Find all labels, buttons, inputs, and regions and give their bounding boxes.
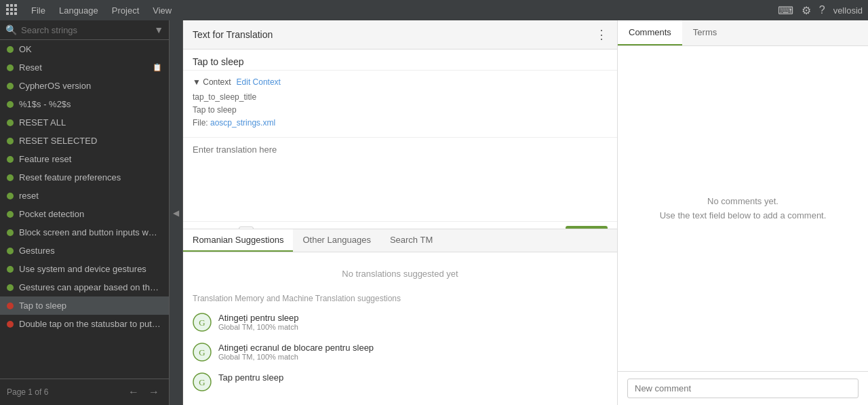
menu-language[interactable]: Language: [54, 3, 104, 18]
filter-icon[interactable]: ▼: [154, 24, 163, 35]
sidebar-search-bar: 🔍 ▼: [0, 20, 169, 40]
right-panel-content: No comments yet. Use the text field belo…: [618, 46, 868, 371]
sidebar-label-tap-to-sleep: Tap to sleep: [19, 301, 162, 311]
keyboard-icon[interactable]: ⌨: [778, 4, 793, 17]
no-comments-line1: No comments yet.: [707, 196, 778, 206]
right-tab-terms[interactable]: Terms: [682, 20, 728, 45]
panel-title: Text for Translation: [193, 29, 273, 40]
dot-reset: [7, 64, 14, 71]
suggestions-tab-search-tm[interactable]: Search TM: [380, 229, 442, 252]
search-input[interactable]: [21, 25, 150, 35]
suggestions-tab-romanian[interactable]: Romanian Suggestions: [183, 229, 293, 252]
translation-textarea[interactable]: [193, 144, 608, 212]
svg-text:G: G: [199, 347, 205, 358]
sidebar-item-double-tap[interactable]: Double tap on the statusbar to put t...: [0, 315, 169, 333]
suggestion-text-1: Atingeți ecranul de blocare pentru sleep…: [218, 343, 608, 361]
dot-cypheros-version: [7, 83, 14, 90]
username: vellosid: [833, 5, 863, 16]
sidebar-label-cypheros-version: CypherOS version: [19, 81, 162, 91]
source-string-title: Tap to sleep: [183, 50, 617, 71]
sidebar-item-reset[interactable]: Reset 📋: [0, 58, 169, 77]
dot-reset-feature-prefs: [7, 174, 14, 181]
sidebar-list: OK Reset 📋 CypherOS version %1$s - %2$s …: [0, 40, 169, 379]
sidebar-item-reset-lower[interactable]: reset: [0, 187, 169, 205]
sidebar-label-reset-all: RESET ALL: [19, 117, 162, 128]
dot-reset-selected: [7, 138, 14, 144]
suggestions-tab-other-langs[interactable]: Other Languages: [293, 229, 380, 252]
sidebar-item-reset-all[interactable]: RESET ALL: [0, 113, 169, 132]
context-label: ▼ Context: [193, 77, 231, 87]
sidebar-item-pocket-detection[interactable]: Pocket detection: [0, 205, 169, 223]
sidebar-label-reset-lower: reset: [19, 191, 162, 201]
edit-context-link[interactable]: Edit Context: [237, 77, 281, 87]
sidebar-label-feature-reset: Feature reset: [19, 154, 162, 164]
dot-double-tap: [7, 321, 14, 328]
menu-bar: File Language Project View ⌨ ⚙ ? vellosi…: [0, 0, 868, 20]
menu-project[interactable]: Project: [106, 3, 144, 18]
sidebar-item-gestures-appear[interactable]: Gestures can appear based on the d...: [0, 278, 169, 296]
sidebar-item-ok[interactable]: OK: [0, 40, 169, 58]
collapse-sidebar-button[interactable]: ◀: [170, 20, 183, 405]
right-panel: CommentsTerms No comments yet. Use the t…: [617, 20, 868, 405]
search-icon: 🔍: [5, 24, 17, 35]
apps-icon[interactable]: [5, 3, 18, 18]
context-block: ▼ Context Edit Context tap_to_sleep_titl…: [183, 71, 617, 138]
center-panel: Text for Translation ⋮ Tap to sleep ▼ Co…: [183, 20, 617, 405]
dot-reset-lower: [7, 193, 14, 199]
dot-gestures-appear: [7, 284, 14, 291]
help-icon[interactable]: ?: [819, 4, 825, 16]
right-tab-comments[interactable]: Comments: [618, 20, 682, 45]
sidebar-item-percent-format[interactable]: %1$s - %2$s: [0, 95, 169, 113]
suggestion-main-1: Atingeți ecranul de blocare pentru sleep: [218, 343, 608, 353]
sidebar-item-reset-feature-prefs[interactable]: Reset feature preferences: [0, 168, 169, 187]
svg-rect-6: [6, 12, 9, 15]
badge-reset: 📋: [153, 63, 162, 72]
svg-text:G: G: [199, 377, 205, 387]
suggestion-icon-0: G: [193, 313, 212, 332]
more-options-button[interactable]: ⋮: [595, 27, 608, 42]
svg-rect-0: [6, 4, 9, 7]
settings-icon[interactable]: ⚙: [802, 4, 811, 17]
translation-area: Tap to sleep ▼ Context Edit Context tap_…: [183, 50, 617, 229]
menu-view[interactable]: View: [147, 3, 177, 18]
suggestion-item-1[interactable]: G Atingeți ecranul de blocare pentru sle…: [183, 337, 617, 367]
context-value: Tap to sleep: [193, 105, 237, 115]
svg-text:G: G: [199, 317, 205, 328]
sidebar-item-tap-to-sleep[interactable]: Tap to sleep: [0, 296, 169, 315]
sidebar-label-reset: Reset: [19, 62, 147, 73]
dot-reset-all: [7, 119, 14, 126]
suggestion-text-2: Tap pentru sleep: [218, 372, 608, 383]
prev-page-button[interactable]: ←: [125, 385, 142, 400]
translation-input-area: [183, 138, 617, 221]
sidebar-item-reset-selected[interactable]: RESET SELECTED: [0, 132, 169, 150]
dot-tap-to-sleep: [7, 303, 14, 309]
sidebar-item-block-screen[interactable]: Block screen and button inputs whe...: [0, 223, 169, 242]
sidebar-label-double-tap: Double tap on the statusbar to put t...: [19, 319, 162, 329]
sidebar-item-gestures[interactable]: Gestures: [0, 242, 169, 260]
suggestion-icon-1: G: [193, 343, 212, 362]
sidebar-label-reset-selected: RESET SELECTED: [19, 136, 162, 146]
suggestions-panel: Romanian SuggestionsOther LanguagesSearc…: [183, 229, 617, 405]
sidebar-label-reset-feature-prefs: Reset feature preferences: [19, 172, 162, 182]
no-suggestions-text: No translations suggested yet: [183, 258, 617, 290]
comment-input[interactable]: [627, 379, 859, 398]
menu-file[interactable]: File: [26, 3, 51, 18]
no-comments-line2: Use the text field below to add a commen…: [660, 210, 827, 220]
suggestion-item-2[interactable]: G Tap pentru sleep: [183, 367, 617, 397]
next-page-button[interactable]: →: [146, 385, 162, 400]
svg-rect-1: [10, 4, 13, 7]
suggestions-content: No translations suggested yet Translatio…: [183, 252, 617, 405]
sidebar-label-gestures: Gestures: [19, 246, 162, 256]
dot-ok: [7, 46, 14, 53]
suggestion-item-0[interactable]: G Atingeți pentru sleep Global TM, 100% …: [183, 307, 617, 337]
suggestion-icon-2: G: [193, 372, 212, 391]
context-file-link[interactable]: aoscp_strings.xml: [210, 118, 275, 128]
sidebar-item-use-system[interactable]: Use system and device gestures: [0, 260, 169, 278]
sidebar-label-block-screen: Block screen and button inputs whe...: [19, 227, 162, 237]
comment-input-area: [618, 371, 868, 405]
sidebar-label-use-system: Use system and device gestures: [19, 264, 162, 274]
suggestion-main-2: Tap pentru sleep: [218, 372, 608, 383]
sidebar-item-cypheros-version[interactable]: CypherOS version: [0, 77, 169, 95]
suggestion-text-0: Atingeți pentru sleep Global TM, 100% ma…: [218, 313, 608, 331]
sidebar-item-feature-reset[interactable]: Feature reset: [0, 150, 169, 168]
